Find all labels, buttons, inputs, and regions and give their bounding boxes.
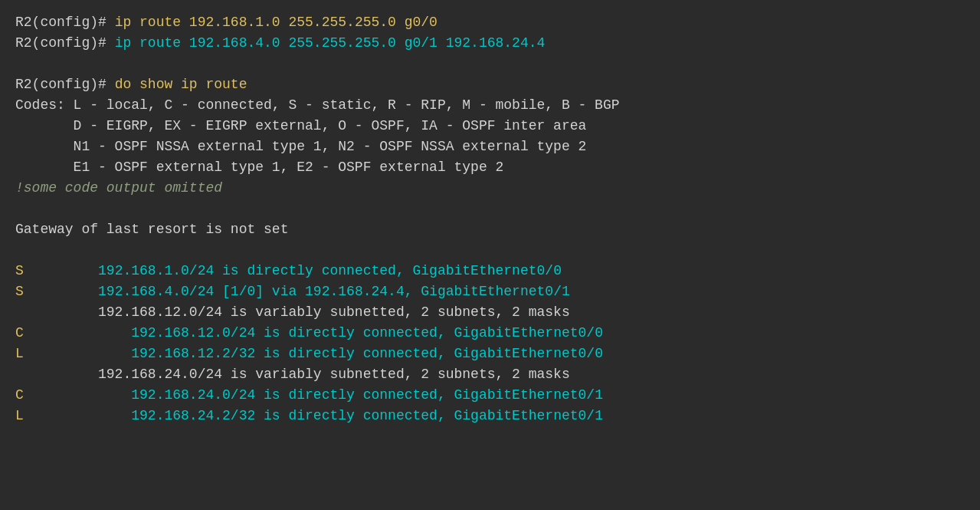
- line-part: C: [15, 325, 24, 341]
- terminal-line-11: Gateway of last resort is not set: [15, 219, 965, 240]
- line-part: R2(config)#: [15, 77, 115, 92]
- terminal-line-17: L 192.168.12.2/32 is directly connected,…: [15, 344, 965, 364]
- terminal-line-19: C 192.168.24.0/24 is directly connected,…: [15, 385, 965, 406]
- terminal-line-5: Codes: L - local, C - connected, S - sta…: [15, 95, 965, 116]
- line-part: E1 - OSPF external type 1, E2 - OSPF ext…: [15, 160, 503, 175]
- terminal-line-12: [15, 240, 965, 261]
- terminal-line-4: R2(config)# do show ip route: [15, 74, 965, 95]
- terminal-line-13: S 192.168.1.0/24 is directly connected, …: [15, 261, 965, 281]
- terminal-line-3: [15, 54, 965, 74]
- terminal-line-16: C 192.168.12.0/24 is directly connected,…: [15, 323, 965, 344]
- terminal-line-14: S 192.168.4.0/24 [1/0] via 192.168.24.4,…: [15, 281, 965, 302]
- line-part: 192.168.1.0/24 is directly connected, Gi…: [24, 263, 562, 278]
- line-part: S: [15, 284, 24, 299]
- terminal-line-6: D - EIGRP, EX - EIGRP external, O - OSPF…: [15, 116, 965, 137]
- terminal-line-9: !some code output omitted: [15, 178, 965, 199]
- terminal-line-8: E1 - OSPF external type 1, E2 - OSPF ext…: [15, 157, 965, 178]
- line-part: 192.168.12.0/24 is variably subnetted, 2…: [15, 304, 570, 320]
- line-part: N1 - OSPF NSSA external type 1, N2 - OSP…: [15, 139, 586, 154]
- line-part: L: [15, 346, 24, 361]
- terminal-window: R2(config)# ip route 192.168.1.0 255.255…: [15, 12, 965, 426]
- line-part: 192.168.4.0/24 [1/0] via 192.168.24.4, G…: [24, 284, 570, 299]
- terminal-line-18: 192.168.24.0/24 is variably subnetted, 2…: [15, 364, 965, 385]
- terminal-line-10: [15, 199, 965, 219]
- line-part: ip route 192.168.4.0 255.255.255.0 g0/1 …: [115, 35, 546, 51]
- line-part: 192.168.24.0/24 is directly connected, G…: [24, 387, 603, 403]
- line-part: R2(config)#: [15, 35, 115, 51]
- line-part: 192.168.12.2/32 is directly connected, G…: [24, 346, 603, 361]
- line-part: Codes: L - local, C - connected, S - sta…: [15, 97, 620, 113]
- line-part: Gateway of last resort is not set: [15, 222, 288, 237]
- line-part: R2(config)#: [15, 15, 115, 30]
- line-part: 192.168.24.2/32 is directly connected, G…: [24, 408, 603, 423]
- line-part: L: [15, 408, 24, 423]
- line-part: 192.168.24.0/24 is variably subnetted, 2…: [15, 367, 570, 382]
- line-part: ip route 192.168.1.0 255.255.255.0 g0/0: [115, 15, 438, 30]
- terminal-line-2: R2(config)# ip route 192.168.4.0 255.255…: [15, 33, 965, 54]
- line-part: do show ip route: [115, 77, 247, 92]
- terminal-line-7: N1 - OSPF NSSA external type 1, N2 - OSP…: [15, 137, 965, 157]
- terminal-line-1: R2(config)# ip route 192.168.1.0 255.255…: [15, 12, 965, 33]
- line-part: 192.168.12.0/24 is directly connected, G…: [24, 325, 603, 341]
- line-part: D - EIGRP, EX - EIGRP external, O - OSPF…: [15, 118, 586, 133]
- terminal-line-20: L 192.168.24.2/32 is directly connected,…: [15, 406, 965, 426]
- terminal-line-15: 192.168.12.0/24 is variably subnetted, 2…: [15, 302, 965, 323]
- line-part: !some code output omitted: [15, 180, 222, 196]
- line-part: S: [15, 263, 24, 278]
- line-part: C: [15, 387, 24, 403]
